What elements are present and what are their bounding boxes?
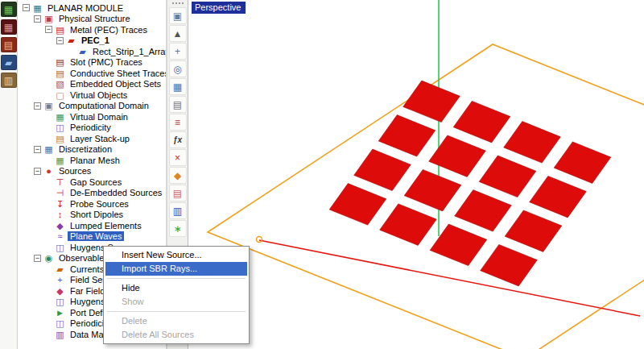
embedded-object-sets-icon: ▧ <box>55 79 65 89</box>
app-materials-icon[interactable]: ▦ <box>1 19 17 35</box>
book-icon[interactable]: ▥ <box>169 202 187 219</box>
expander-minus-icon[interactable]: − <box>34 102 41 110</box>
window-icon[interactable]: ▣ <box>169 7 187 24</box>
tree-item-embedded-object-sets[interactable]: ▧Embedded Object Sets <box>18 79 166 90</box>
layers-icon[interactable]: ▤ <box>169 96 187 113</box>
expander-minus-icon[interactable]: − <box>34 15 41 23</box>
conductive-sheet-traces-icon: ▤ <box>55 69 65 78</box>
metal-pec-traces-icon: ▤ <box>55 25 65 35</box>
tree-item-conductive-sheet-traces[interactable]: ▤Conductive Sheet Traces <box>18 68 166 79</box>
menu-item-hide[interactable]: Hide <box>105 281 247 295</box>
tree-item-periodicity[interactable]: ◫Periodicity <box>18 123 166 134</box>
book-icon-glyph: ▥ <box>173 206 182 217</box>
origin-marker <box>257 237 262 243</box>
tree-item-rect-strip-1-array[interactable]: ▰Rect_Strip_1_Array <box>18 46 166 57</box>
app-components-icon[interactable]: ▤ <box>1 37 17 52</box>
expander-minus-icon[interactable]: − <box>45 26 52 33</box>
app-simulation-icon[interactable]: ▰ <box>1 55 17 70</box>
tree-label: Gap Sources <box>68 177 124 187</box>
tree-item-layer-stack-up[interactable]: ▤Layer Stack-up <box>18 133 166 144</box>
tree-label: Computational Domain <box>56 101 151 110</box>
tree-item-plane-waves[interactable]: ≈Plane Waves <box>18 231 166 243</box>
patch-13 <box>481 244 538 286</box>
computational-domain-icon: ▣ <box>43 101 54 110</box>
pan-icon[interactable]: + <box>169 43 187 60</box>
gap-sources-icon: ⊤ <box>55 177 65 187</box>
notes-icon[interactable]: ▤ <box>169 185 187 202</box>
grid-icon-glyph: ▦ <box>173 81 182 93</box>
tree-label: Rect_Strip_1_Array <box>90 47 166 56</box>
tree-item-metal-pec-traces[interactable]: −▤Metal (PEC) Traces <box>18 24 166 35</box>
expander-minus-icon[interactable]: − <box>34 168 41 175</box>
traces-icon[interactable]: ≡ <box>169 114 187 131</box>
tree-item-short-dipoles[interactable]: ↕Short Dipoles <box>18 210 166 221</box>
huygens-surfaces-icon: ◫ <box>55 297 65 306</box>
refresh-star-icon[interactable]: ∗ <box>169 220 187 237</box>
viewport-canvas[interactable] <box>188 0 644 349</box>
data-management-icon: ▥ <box>55 330 65 339</box>
tree-item-lumped-elements[interactable]: ◆Lumped Elements <box>18 220 166 231</box>
delete-icon[interactable]: × <box>169 149 187 166</box>
currents-icon: ▰ <box>55 264 65 274</box>
traces-icon-glyph: ≡ <box>175 117 180 128</box>
menu-separator <box>107 311 246 312</box>
layers-icon-glyph: ▤ <box>173 99 182 110</box>
tree-item-discretization[interactable]: −▦Discretization <box>18 144 166 156</box>
probe-sources-icon: ↧ <box>55 199 65 209</box>
function-icon[interactable]: ƒx <box>169 131 187 148</box>
tree-item-sources[interactable]: −●Sources <box>18 166 166 177</box>
observables-icon: ◉ <box>43 253 54 263</box>
tree-item-computational-domain[interactable]: −▣Computational Domain <box>18 101 166 112</box>
notes-icon-glyph: ▤ <box>173 188 182 199</box>
window-icon-glyph: ▣ <box>173 10 182 22</box>
tree-item-virtual-domain[interactable]: ▦Virtual Domain <box>18 111 166 123</box>
patch-5 <box>380 204 437 246</box>
field-sensors-icon: + <box>55 275 65 285</box>
menu-item-insert-new-source[interactable]: Insert New Source... <box>105 248 247 262</box>
toolbar-grip-handle[interactable] <box>172 2 184 4</box>
tree-item-gap-sources[interactable]: ⊤Gap Sources <box>18 177 166 188</box>
layer-stack-up-icon: ▤ <box>55 134 65 143</box>
patch-16 <box>554 142 611 184</box>
tree-item-pec-1[interactable]: −▰PEC_1 <box>18 35 166 47</box>
tree-label: Currents <box>68 264 106 274</box>
expander-minus-icon[interactable]: − <box>34 146 41 153</box>
rect-strip-1-array-icon: ▰ <box>77 47 88 56</box>
menu-item-import-sbr-rays[interactable]: Import SBR Rays... <box>105 262 247 276</box>
tree-item-planar-mesh[interactable]: ▦Planar Mesh <box>18 155 166 166</box>
tree-item-planar-module[interactable]: −▦PLANAR MODULE <box>18 2 166 14</box>
tree-item-slot-pmc-traces[interactable]: ▤Slot (PMC) Traces <box>18 57 166 69</box>
patch-1 <box>329 184 386 226</box>
tree-label: De-Embedded Sources <box>68 188 164 197</box>
grid-icon[interactable]: ▦ <box>169 78 187 95</box>
tree-item-virtual-objects[interactable]: ▢Virtual Objects <box>18 89 166 101</box>
patch-7 <box>429 135 486 177</box>
app-results-icon[interactable]: ▥ <box>1 73 17 88</box>
perspective-label[interactable]: Perspective <box>192 2 246 14</box>
warning-icon[interactable]: ◆ <box>169 167 187 184</box>
patch-14 <box>505 210 562 252</box>
select-cursor-icon[interactable]: ▲ <box>169 25 187 42</box>
expander-minus-icon[interactable]: − <box>34 255 41 262</box>
tree-item-de-embedded-sources[interactable]: ⊣De-Embedded Sources <box>18 188 166 199</box>
delete-icon-glyph: × <box>175 152 180 164</box>
menu-item-delete: Delete <box>105 314 247 328</box>
short-dipoles-icon: ↕ <box>55 210 65 219</box>
menu-item-delete-all-sources: Delete All Sources <box>105 328 247 342</box>
tree-label: Discretization <box>56 144 114 154</box>
viewport[interactable]: Perspective <box>188 0 644 349</box>
patch-15 <box>530 176 587 218</box>
app-geometry-icon[interactable]: ▦ <box>1 2 17 17</box>
virtual-domain-icon: ▦ <box>55 112 65 122</box>
tree-item-physical-structure[interactable]: −▣Physical Structure <box>18 14 166 25</box>
expander-minus-icon[interactable]: − <box>56 37 64 44</box>
expander-minus-icon[interactable]: − <box>23 4 30 11</box>
tree-label: Periodicity <box>68 123 114 132</box>
patch-8 <box>453 101 510 142</box>
patch-6 <box>404 169 461 211</box>
patch-11 <box>479 156 536 197</box>
tree-item-probe-sources[interactable]: ↧Probe Sources <box>18 198 166 210</box>
patch-4 <box>403 81 460 123</box>
zoom-icon[interactable]: ◎ <box>169 60 187 77</box>
physical-structure-icon: ▣ <box>43 14 54 23</box>
